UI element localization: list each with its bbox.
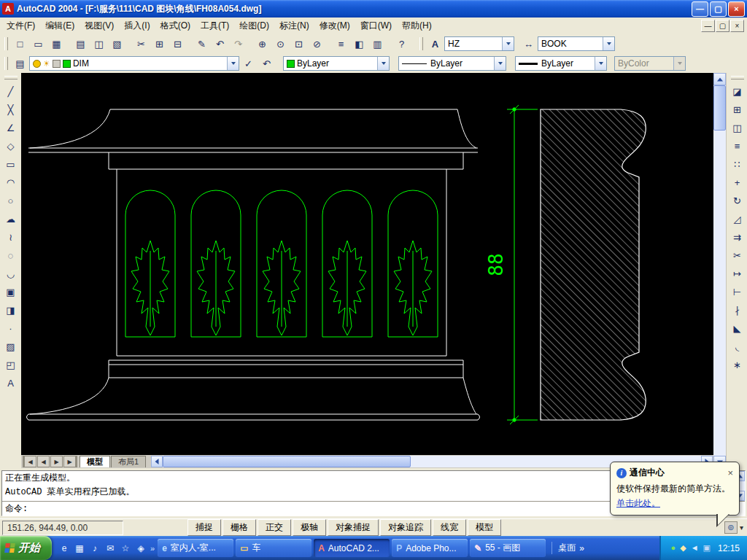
trim-icon[interactable]: ✂ [729,247,746,264]
toolbar-grip[interactable] [419,37,423,50]
layer-manager-icon[interactable]: ▤ [12,55,28,72]
task-folder-che[interactable]: ▭ 车 [236,539,311,557]
drawing-canvas[interactable]: 88 [21,73,713,455]
dim-style-manager-icon[interactable]: ↔ [520,36,537,52]
move-icon[interactable]: + [729,174,746,191]
next-tab-button[interactable]: ▶ [50,456,63,467]
ie-quicklaunch-icon[interactable]: e [58,542,71,555]
toggle-osnap[interactable]: 对象捕捉 [328,519,379,536]
toggle-model[interactable]: 模型 [468,519,501,536]
chevron-down-icon[interactable] [227,57,239,70]
toggle-grid[interactable]: 栅格 [222,519,256,536]
zoom-realtime-icon[interactable]: ⊙ [272,36,289,52]
cut-icon[interactable]: ✂ [133,36,150,52]
chamfer-icon[interactable]: ◣ [729,320,746,337]
mirror-icon[interactable]: ◫ [729,120,746,136]
polygon-icon[interactable]: ◇ [2,138,19,155]
task-ie-window[interactable]: e 室内人-室... [158,539,233,557]
previous-tab-button[interactable]: ◀ [37,456,50,467]
chevron-down-icon[interactable] [502,37,514,50]
menu-edit[interactable]: 编辑(E) [40,18,80,34]
show-desktop-icon[interactable]: ▦ [73,542,86,555]
color-combo[interactable]: ByLayer [283,56,390,71]
chevron-down-icon[interactable] [494,57,506,70]
make-block-icon[interactable]: ◨ [2,302,19,319]
menu-file[interactable]: 文件(F) [1,18,40,34]
lineweight-combo[interactable]: ByLayer [515,56,607,71]
mdi-restore-button[interactable]: ▢ [716,20,729,32]
balloon-close-icon[interactable]: × [727,470,733,477]
messenger-icon[interactable]: ☆ [119,542,132,555]
region-icon[interactable]: ◰ [2,357,19,373]
mdi-minimize-button[interactable]: — [701,20,715,32]
scroll-up-icon[interactable] [713,73,726,85]
first-tab-button[interactable]: ◀ [23,456,36,467]
tool-palettes-icon[interactable]: ▥ [369,36,386,52]
zoom-window-icon[interactable]: ⊡ [290,36,307,52]
break-at-point-icon[interactable]: ⊢ [729,284,746,300]
chevron-down-icon[interactable] [377,57,389,70]
vertical-scrollbar[interactable] [713,73,726,468]
line-icon[interactable]: ╱ [2,83,19,100]
fillet-icon[interactable]: ◟ [729,338,746,355]
ellipse-icon[interactable]: ◌ [2,247,19,264]
mdi-close-button[interactable]: × [730,20,744,32]
layer-previous-icon[interactable]: ↶ [258,55,275,72]
menu-tools[interactable]: 工具(T) [196,18,234,34]
stretch-icon[interactable]: ⇉ [729,229,746,246]
circle-icon[interactable]: ○ [2,192,19,209]
offset-icon[interactable]: ≡ [729,138,746,155]
toolbar-grip[interactable] [731,76,744,79]
model-tab[interactable]: 模型 [80,456,110,467]
match-properties-icon[interactable]: ✎ [193,36,210,52]
minimize-button[interactable]: — [692,1,708,17]
insert-block-icon[interactable]: ▣ [2,284,19,300]
update-tray-icon[interactable]: ◆ [680,544,686,552]
mail-icon[interactable]: ✉ [104,542,117,555]
publish-icon[interactable]: ▧ [109,36,125,52]
new-icon[interactable]: □ [12,36,28,52]
chevron-down-icon[interactable] [595,57,606,70]
explorer-icon[interactable]: ◈ [134,542,147,555]
layout1-tab[interactable]: 布局1 [111,456,146,467]
status-tray-arrow-icon[interactable]: ▾ [740,524,745,532]
open-icon[interactable]: ▭ [30,36,47,52]
erase-icon[interactable]: ◪ [729,83,746,100]
properties-icon[interactable]: ≡ [333,36,349,52]
make-layer-current-icon[interactable]: ✓ [240,55,257,72]
toggle-lineweight[interactable]: 线宽 [433,519,466,536]
restore-button[interactable]: ▢ [710,1,727,17]
menu-insert[interactable]: 插入(I) [119,18,155,34]
menu-view[interactable]: 视图(V) [80,18,119,34]
menu-modify[interactable]: 修改(M) [314,18,355,34]
text-style-manager-icon[interactable]: A [427,36,444,52]
toolbar-grip[interactable] [4,57,8,70]
undo-icon[interactable]: ↶ [212,36,228,52]
array-icon[interactable]: ∷ [729,156,746,173]
task-autocad[interactable]: A AutoCAD 2... [314,539,390,557]
desktop-toolbar[interactable]: 桌面 » [551,542,584,554]
copy-icon[interactable]: ⊞ [151,36,168,52]
menu-window[interactable]: 窗口(W) [355,18,397,34]
vertical-scroll-thumb[interactable] [713,85,726,131]
linetype-combo[interactable]: ByLayer [398,56,506,71]
zoom-previous-icon[interactable]: ⊘ [309,36,325,52]
chevron-down-icon[interactable] [603,37,614,50]
rectangle-icon[interactable]: ▭ [2,156,19,173]
layer-combo[interactable]: ☀ DIM [29,56,239,71]
polyline-icon[interactable]: ∠ [2,120,19,136]
task-photoshop[interactable]: P Adobe Pho... [392,539,468,557]
redo-icon[interactable]: ↷ [230,36,247,52]
revision-cloud-icon[interactable]: ☁ [2,211,19,228]
toolbar-grip[interactable] [4,37,8,50]
balloon-link[interactable]: 单击此处。 [616,497,660,510]
plot-preview-icon[interactable]: ◫ [90,36,107,52]
arc-icon[interactable]: ◠ [2,174,19,191]
plot-icon[interactable]: ▤ [72,36,89,52]
multiline-text-icon[interactable]: A [2,375,19,392]
quick-launch-overflow-icon[interactable]: » [150,544,155,553]
close-button[interactable]: × [728,1,745,17]
start-button[interactable]: 开始 [0,536,52,560]
menu-help[interactable]: 帮助(H) [397,18,437,34]
toggle-otrack[interactable]: 对象追踪 [380,519,431,536]
